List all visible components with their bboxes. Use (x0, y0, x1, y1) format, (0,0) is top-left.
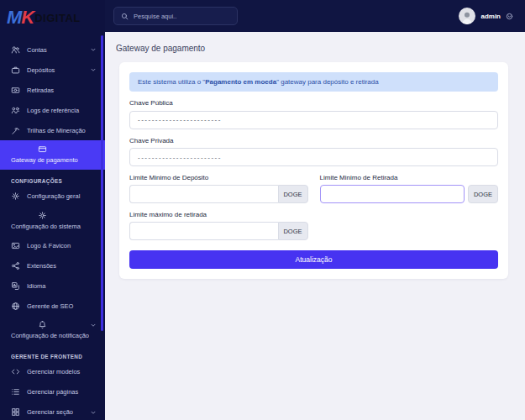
min-withdraw-group: DOGE (320, 185, 499, 203)
alert-text-prefix: Este sistema utiliza o " (138, 78, 205, 86)
brand-logo[interactable]: MK DIGITAL (0, 0, 105, 35)
sidebar-item-contas[interactable]: Contas (0, 39, 105, 60)
sidebar-item-logs-referencia[interactable]: Logs de referência (0, 100, 105, 120)
sidebar-item-logo-favicon[interactable]: Logo & Favicon (0, 235, 105, 255)
username-label: admin (480, 13, 501, 20)
sidebar-item-label: Configuração do sistema (11, 223, 97, 232)
page-title: Gateway de pagamento (116, 44, 525, 53)
currency-addon: DOGE (278, 185, 308, 203)
sidebar-item-label: Gerenciar modelos (27, 368, 80, 375)
cash-icon (11, 86, 20, 95)
sidebar: MK DIGITAL Contas Depósitos Retiradas (0, 0, 105, 420)
min-withdraw-label: Limite Minimo de Retirada (320, 174, 499, 181)
sidebar-item-configuracao-notificacao[interactable]: Configuração de notificação (0, 316, 105, 345)
sidebar-scrollbar[interactable] (101, 35, 103, 331)
sidebar-item-label: Gerenciar páginas (27, 388, 78, 396)
gear-icon (38, 211, 47, 220)
sidebar-item-label: Contas (27, 46, 47, 54)
currency-addon: DOGE (278, 222, 308, 240)
gateway-settings-card: Este sistema utiliza o "Pagamento em moe… (119, 62, 508, 279)
logo-text: DIGITAL (34, 12, 81, 24)
currency-addon: DOGE (468, 185, 498, 203)
sidebar-item-label: Idioma (27, 282, 46, 290)
private-key-input[interactable] (129, 148, 498, 166)
sidebar-item-idioma[interactable]: Idioma (0, 276, 105, 296)
sidebar-item-label: Logo & Favicon (27, 242, 71, 249)
info-alert: Este sistema utiliza o "Pagamento em moe… (129, 72, 498, 92)
credit-card-icon (38, 144, 47, 154)
alert-text-suffix: " gateway para depósito e retirada (276, 78, 379, 86)
sidebar-item-configuracao-geral[interactable]: Configuração geral (0, 186, 105, 207)
sidebar-item-configuracao-sistema[interactable]: Configuração do sistema (0, 207, 105, 236)
avatar (459, 8, 475, 24)
sidebar-item-gerente-seo[interactable]: Gerente de SEO (0, 296, 105, 316)
code-icon (11, 367, 20, 376)
sidebar-item-label: Gerente de SEO (27, 302, 73, 310)
max-withdraw-input[interactable] (129, 222, 278, 240)
users-icon (11, 45, 20, 55)
sidebar-item-gerenciar-secao[interactable]: Gerenciar seção (0, 402, 105, 420)
sidebar-item-label: Extensões (27, 262, 56, 270)
sidebar-item-label: Gateway de pagamento (11, 156, 97, 165)
sidebar-item-depositos[interactable]: Depósitos (0, 60, 105, 80)
alert-text-bold: Pagamento em moeda (205, 78, 276, 86)
sidebar-item-label: Logs de referência (27, 107, 79, 114)
sidebar-item-label: Depósitos (27, 66, 55, 74)
user-menu[interactable]: admin (459, 8, 513, 24)
sidebar-item-retiradas[interactable]: Retiradas (0, 80, 105, 100)
logo-k: K (21, 7, 34, 28)
sidebar-item-gerenciar-modelos[interactable]: Gerenciar modelos (0, 362, 105, 382)
globe-icon (11, 302, 20, 311)
logo-m: M (7, 7, 21, 28)
main-content: Gateway de pagamento Este sistema utiliz… (105, 32, 525, 420)
section-header-gerente-frontend: GERENTE DE FRONTEND (11, 354, 105, 360)
sidebar-nav: Contas Depósitos Retiradas Logs de refer… (0, 35, 105, 420)
min-deposit-group: DOGE (129, 185, 308, 203)
search-input[interactable] (134, 13, 230, 20)
image-icon (11, 241, 20, 250)
grid-icon (11, 407, 20, 417)
sidebar-item-label: Gerenciar seção (27, 408, 73, 416)
public-key-label: Chave Pública (129, 99, 498, 107)
referral-icon (11, 106, 20, 115)
chevron-down-icon (90, 409, 97, 416)
chevron-down-icon (90, 322, 97, 328)
chevron-down-icon (90, 46, 97, 53)
max-withdraw-group: DOGE (129, 222, 308, 240)
sidebar-item-extensoes[interactable]: Extensões (0, 255, 105, 276)
min-withdraw-input[interactable] (320, 185, 465, 203)
private-key-label: Chave Privada (129, 137, 498, 144)
search-icon (121, 8, 129, 24)
gear-icon (11, 192, 20, 201)
min-deposit-label: Limite Minimo de Depósito (129, 174, 308, 181)
share-nodes-icon (11, 261, 20, 270)
sidebar-item-label: Configuração geral (27, 192, 80, 200)
update-button[interactable]: Atualização (129, 250, 498, 269)
public-key-input[interactable] (129, 111, 498, 129)
language-icon (11, 281, 20, 291)
sidebar-item-label: Configuração de notificação (11, 332, 97, 341)
list-icon (11, 387, 20, 396)
sidebar-item-trilhas-mineracao[interactable]: Trilhas de Mineração (0, 120, 105, 140)
bell-icon (38, 320, 47, 329)
pickaxe-icon (11, 126, 20, 135)
sidebar-item-label: Retiradas (27, 87, 54, 94)
sidebar-item-label: Trilhas de Mineração (27, 127, 86, 134)
briefcase-icon (11, 66, 20, 75)
section-header-configuracoes: CONFIGURAÇÕES (11, 178, 105, 184)
max-withdraw-label: Limite máximo de retirada (129, 211, 498, 218)
sidebar-item-gateway-pagamento[interactable]: Gateway de pagamento (0, 140, 105, 170)
chevron-down-icon (90, 66, 97, 73)
search-box[interactable] (113, 7, 238, 25)
chevron-down-icon (506, 8, 513, 24)
min-deposit-input[interactable] (129, 185, 278, 203)
sidebar-item-gerenciar-paginas[interactable]: Gerenciar páginas (0, 382, 105, 402)
